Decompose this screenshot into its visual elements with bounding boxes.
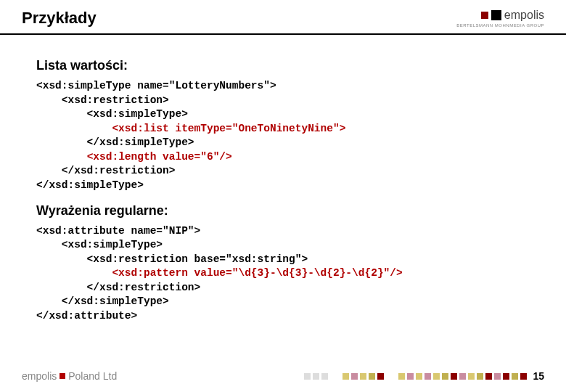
decor-square-icon [416, 373, 422, 380]
logo-square-icon [491, 10, 501, 20]
footer-right: 15 [304, 370, 544, 382]
footer-logo-post: Poland Ltd [68, 370, 117, 382]
code-line: <xsd:attribute name="NIP"> [36, 224, 530, 239]
decor-square-icon [468, 373, 475, 380]
decor-square-icon [321, 373, 328, 380]
code-line: </xsd:simpleType> [36, 179, 530, 193]
footer-logo-pre: empolis [22, 370, 57, 382]
code-line: <xsd:simpleType> [36, 238, 530, 253]
logo-square-icon [481, 12, 488, 19]
code-line: </xsd:restriction> [36, 281, 530, 295]
code-line: <xsd:pattern value="\d{3}-\d{3}-\d{2}-\d… [36, 266, 530, 281]
footer-logo: empolis Poland Ltd [22, 370, 117, 382]
logo-text: empolis [504, 9, 544, 22]
decor-square-icon [351, 373, 358, 380]
decor-square-icon [512, 373, 518, 380]
code-line: <xsd:restriction> [36, 94, 530, 108]
slide-title: Przykłady [22, 9, 97, 28]
decor-square-icon [369, 373, 375, 380]
code-block-1: <xsd:simpleType name="LotteryNumbers"> <… [36, 79, 530, 193]
decor-square-icon [485, 373, 492, 380]
decor-square-icon [407, 373, 414, 380]
decor-square-icon [386, 373, 396, 380]
decor-square-icon [442, 373, 448, 380]
logo-top: empolis BERTELSMANN MOHNMEDIA GROUP [456, 9, 544, 28]
decor-square-icon [330, 373, 340, 380]
decor-square-icon [520, 373, 527, 380]
code-line: <xsd:restriction base="xsd:string"> [36, 253, 530, 267]
logo-square-icon [60, 373, 65, 379]
decor-square-icon [377, 373, 384, 380]
decor-square-icon [477, 373, 483, 380]
decor-square-icon [503, 373, 509, 380]
decor-square-icon [459, 373, 466, 380]
page-number: 15 [533, 370, 544, 382]
decor-square-icon [343, 373, 349, 380]
code-line: <xsd:simpleType> [36, 107, 530, 122]
decor-square-icon [360, 373, 366, 380]
logo-main: empolis [481, 9, 544, 22]
decor-square-icon [313, 373, 319, 380]
decor-square-icon [494, 373, 501, 380]
slide-content: Lista wartości: <xsd:simpleType name="Lo… [0, 35, 566, 323]
code-line: </xsd:restriction> [36, 164, 530, 179]
decor-square-icon [433, 373, 440, 380]
code-line: </xsd:simpleType> [36, 295, 530, 309]
decor-square-icon [451, 373, 457, 380]
code-line: <xsd:length value="6"/> [36, 150, 530, 165]
code-line: </xsd:attribute> [36, 309, 530, 324]
slide-footer: empolis Poland Ltd 15 [22, 370, 544, 382]
footer-squares [304, 373, 527, 380]
code-line: <xsd:list itemType="OneToNinetyNine"> [36, 122, 530, 136]
decor-square-icon [398, 373, 405, 380]
logo-subtext: BERTELSMANN MOHNMEDIA GROUP [456, 23, 544, 28]
code-line: </xsd:simpleType> [36, 136, 530, 150]
code-block-2: <xsd:attribute name="NIP"> <xsd:simpleTy… [36, 224, 530, 324]
decor-square-icon [304, 373, 311, 380]
decor-square-icon [424, 373, 431, 380]
section-heading-2: Wyrażenia regularne: [36, 203, 530, 219]
code-line: <xsd:simpleType name="LotteryNumbers"> [36, 79, 530, 94]
slide-header: Przykłady empolis BERTELSMANN MOHNMEDIA … [0, 0, 566, 35]
section-heading-1: Lista wartości: [36, 58, 530, 73]
